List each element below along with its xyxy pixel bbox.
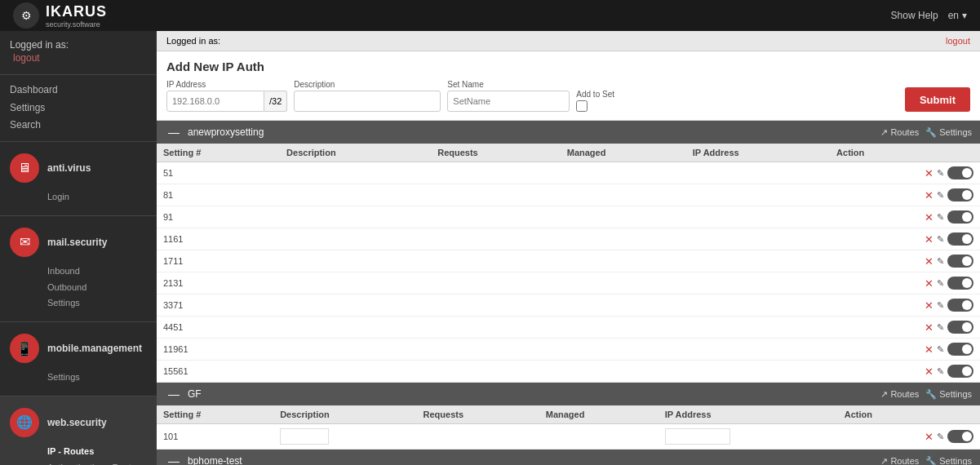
setname-group: Set Name — [447, 80, 570, 112]
section-header-anewproxysetting: — anewproxysetting ↗ Routes 🔧 Settings — [157, 121, 980, 144]
routes-btn-anewproxysetting[interactable]: ↗ Routes — [880, 127, 919, 138]
edit-btn[interactable]: ✎ — [937, 322, 944, 333]
sidebar: Logged in as: logout Dashboard Settings … — [0, 31, 157, 465]
action-cell: ✕ ✎ — [836, 210, 973, 224]
toggle[interactable] — [947, 188, 973, 202]
toggle[interactable] — [947, 365, 973, 378]
add-ip-section: Add New IP Auth IP Address /32 Descripti… — [157, 51, 980, 121]
table-row: 3371 ✕ ✎ — [157, 294, 980, 317]
table-row: 91 ✕ ✎ — [157, 206, 980, 228]
routes-btn-gf[interactable]: ↗ Routes — [880, 389, 919, 400]
antivirus-icon: 🖥 — [10, 153, 39, 183]
cell-setting: 51 — [157, 162, 280, 184]
toggle[interactable] — [947, 210, 973, 224]
show-help-link[interactable]: Show Help — [891, 10, 938, 21]
content-logout-link[interactable]: logout — [946, 36, 970, 46]
table-row: 1161 ✕ ✎ — [157, 228, 980, 250]
sidebar-header-mail[interactable]: ✉ mail.security — [0, 223, 157, 262]
action-cell: ✕ ✎ — [836, 365, 973, 378]
edit-btn[interactable]: ✎ — [937, 212, 944, 223]
mail-links: Inbound Outbound Settings — [0, 262, 157, 315]
edit-btn[interactable]: ✎ — [937, 278, 944, 289]
edit-btn[interactable]: ✎ — [937, 256, 944, 267]
delete-btn[interactable]: ✕ — [925, 189, 933, 202]
toggle[interactable] — [947, 166, 973, 179]
ip-address-input[interactable] — [166, 91, 264, 112]
edit-btn[interactable]: ✎ — [937, 366, 944, 377]
cell-managed — [561, 272, 686, 294]
edit-btn[interactable]: ✎ — [937, 168, 944, 179]
ip-input-101[interactable] — [665, 428, 730, 445]
cell-requests — [431, 250, 561, 272]
toggle[interactable] — [947, 343, 973, 356]
delete-btn[interactable]: ✕ — [925, 167, 933, 179]
toggle[interactable] — [947, 299, 973, 312]
submit-button[interactable]: Submit — [905, 87, 970, 112]
edit-btn-101[interactable]: ✎ — [937, 432, 944, 442]
sidebar-web-ip-routes[interactable]: IP - Routes — [47, 444, 147, 460]
delete-btn[interactable]: ✕ — [925, 343, 933, 356]
collapse-btn-anewproxysetting[interactable]: — — [165, 126, 183, 139]
sidebar-header-antivirus[interactable]: 🖥 anti.virus — [0, 148, 157, 188]
cell-requests — [431, 206, 561, 228]
toggle[interactable] — [947, 321, 973, 334]
sidebar-mail-settings[interactable]: Settings — [47, 295, 147, 312]
delete-btn[interactable]: ✕ — [925, 233, 933, 246]
col-action: Action — [830, 144, 980, 162]
sidebar-mobile-settings[interactable]: Settings — [47, 370, 147, 386]
section-title-bphome: bphome-test — [188, 455, 242, 465]
cell-ipaddress — [686, 294, 830, 317]
cell-managed — [561, 294, 686, 317]
delete-btn[interactable]: ✕ — [925, 299, 933, 312]
delete-btn-101[interactable]: ✕ — [925, 431, 933, 443]
edit-btn[interactable]: ✎ — [937, 234, 944, 245]
settings-btn-anewproxysetting[interactable]: 🔧 Settings — [925, 127, 972, 138]
routes-btn-bphome[interactable]: ↗ Routes — [880, 456, 919, 466]
delete-btn[interactable]: ✕ — [925, 321, 933, 334]
cell-setting: 4451 — [157, 317, 280, 339]
action-cell: ✕ ✎ — [836, 321, 973, 334]
edit-btn[interactable]: ✎ — [937, 190, 944, 201]
settings-btn-gf[interactable]: 🔧 Settings — [925, 389, 972, 400]
desc-input-101[interactable] — [280, 428, 329, 445]
cell-ipaddress — [686, 361, 830, 383]
cell-description — [280, 250, 431, 272]
section-header-gf: — GF ↗ Routes 🔧 Settings — [157, 383, 980, 405]
addtoset-checkbox[interactable] — [576, 100, 588, 112]
sidebar-web-auth-routes[interactable]: Authentication - Routes — [47, 460, 147, 465]
setname-input[interactable] — [447, 91, 570, 112]
sidebar-mail-outbound[interactable]: Outbound — [47, 280, 147, 296]
edit-btn[interactable]: ✎ — [937, 344, 944, 355]
edit-btn[interactable]: ✎ — [937, 300, 944, 311]
logo-icon: ⚙ — [13, 2, 39, 29]
cell-setting: 1161 — [157, 228, 280, 250]
sidebar-item-settings[interactable]: Settings — [10, 100, 147, 117]
ip-address-label: IP Address — [166, 80, 287, 89]
toggle[interactable] — [947, 232, 973, 246]
delete-btn[interactable]: ✕ — [925, 365, 933, 378]
sidebar-item-search[interactable]: Search — [10, 117, 147, 135]
language-selector[interactable]: en ▾ — [948, 10, 967, 21]
settings-btn-bphome[interactable]: 🔧 Settings — [925, 456, 972, 466]
delete-btn[interactable]: ✕ — [925, 277, 933, 290]
description-group: Description — [294, 80, 441, 112]
cell-description — [280, 339, 431, 361]
collapse-btn-bphome[interactable]: — — [165, 454, 183, 465]
sidebar-header-mobile[interactable]: 📱 mobile.management — [0, 329, 157, 368]
cell-requests — [431, 162, 561, 184]
collapse-btn-gf[interactable]: — — [165, 388, 183, 401]
main-layout: Logged in as: logout Dashboard Settings … — [0, 31, 980, 465]
cell-action: ✕ ✎ — [830, 162, 980, 184]
toggle-101[interactable] — [947, 430, 973, 443]
description-input[interactable] — [294, 91, 441, 112]
toggle[interactable] — [947, 255, 973, 268]
sidebar-header-web[interactable]: 🌐 web.security — [0, 403, 157, 442]
delete-btn[interactable]: ✕ — [925, 211, 933, 224]
delete-btn[interactable]: ✕ — [925, 255, 933, 268]
sidebar-item-dashboard[interactable]: Dashboard — [10, 82, 147, 100]
sidebar-antivirus-login[interactable]: Login — [47, 189, 147, 206]
sidebar-mail-inbound[interactable]: Inbound — [47, 264, 147, 280]
toggle[interactable] — [947, 277, 973, 290]
sidebar-login-info: Logged in as: logout — [0, 31, 157, 75]
logout-link[interactable]: logout — [13, 51, 147, 66]
